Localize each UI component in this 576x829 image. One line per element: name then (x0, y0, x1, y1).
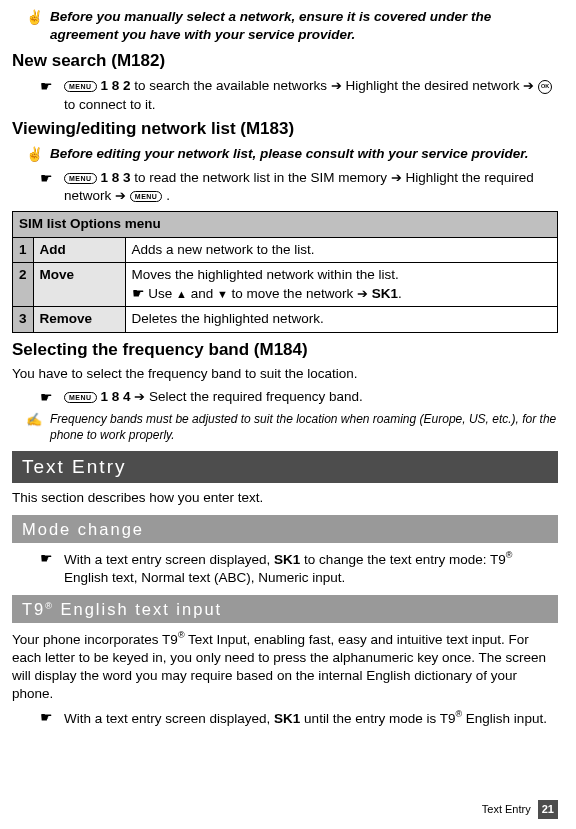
row-num: 3 (13, 307, 34, 332)
step-text: With a text entry screen displayed, SK1 … (64, 549, 558, 587)
heading-view-edit: Viewing/editing network list (M183) (12, 118, 558, 141)
hand-icon: ✌ (26, 8, 44, 44)
sim-options-table: SIM list Options menu 1 Add Adds a new n… (12, 211, 558, 332)
freq-intro: You have to select the frequency band to… (12, 365, 558, 383)
row-desc: Deletes the highlighted network. (125, 307, 557, 332)
up-icon (176, 286, 187, 301)
pointer-icon: ☛ (40, 549, 58, 587)
page-footer: Text Entry 21 (482, 800, 558, 819)
page-number: 21 (538, 800, 558, 819)
down-icon (217, 286, 228, 301)
section-text-entry: Text Entry (12, 451, 558, 483)
step-text: MENU 1 8 2 to search the available netwo… (64, 77, 558, 113)
heading-freq-band: Selecting the frequency band (M184) (12, 339, 558, 362)
pointer-icon: ☛ (40, 708, 58, 728)
row-name: Add (33, 237, 125, 262)
arrow-icon: ➔ (134, 389, 145, 404)
arrow-icon: ➔ (331, 78, 342, 93)
freq-note: ✍ Frequency bands must be adjusted to su… (12, 411, 558, 443)
info-icon: ✍ (26, 411, 44, 443)
row-num: 1 (13, 237, 34, 262)
step-text: MENU 1 8 4 ➔ Select the required frequen… (64, 388, 558, 407)
menu-icon: MENU (64, 392, 97, 403)
row-name: Move (33, 262, 125, 306)
pointer-icon: ☛ (40, 77, 58, 113)
step-text: MENU 1 8 3 to read the network list in t… (64, 169, 558, 205)
row-desc: Moves the highlighted network within the… (125, 262, 557, 306)
ok-icon: OK (538, 80, 552, 94)
table-title: SIM list Options menu (13, 212, 558, 237)
reg-mark: ® (45, 600, 54, 610)
note-text: Before editing your network list, please… (50, 145, 529, 163)
pointer-icon: ☛ (132, 285, 145, 301)
table-row: 2 Move Moves the highlighted network wit… (13, 262, 558, 306)
note-text: Before you manually select a network, en… (50, 8, 558, 44)
footer-label: Text Entry (482, 803, 531, 815)
note-text: Frequency bands must be adjusted to suit… (50, 411, 558, 443)
arrow-icon: ➔ (523, 78, 534, 93)
menu-icon: MENU (130, 191, 163, 202)
arrow-icon: ➔ (357, 286, 368, 301)
step-m184: ☛ MENU 1 8 4 ➔ Select the required frequ… (12, 388, 558, 407)
step-text: With a text entry screen displayed, SK1 … (64, 708, 558, 728)
note-manual-select: ✌ Before you manually select a network, … (12, 8, 558, 44)
note-view-edit: ✌ Before editing your network list, plea… (12, 145, 558, 163)
menu-icon: MENU (64, 81, 97, 92)
arrow-icon: ➔ (391, 170, 402, 185)
text-entry-intro: This section describes how you enter tex… (12, 489, 558, 507)
heading-new-search: New search (M182) (12, 50, 558, 73)
pointer-icon: ☛ (40, 388, 58, 407)
arrow-icon: ➔ (115, 188, 126, 203)
section-t9-input: T9® English text input (12, 595, 558, 623)
table-row: 3 Remove Deletes the highlighted network… (13, 307, 558, 332)
reg-mark: ® (506, 550, 513, 560)
table-row: 1 Add Adds a new network to the list. (13, 237, 558, 262)
pointer-icon: ☛ (40, 169, 58, 205)
menu-icon: MENU (64, 173, 97, 184)
section-mode-change: Mode change (12, 515, 558, 543)
step-m183: ☛ MENU 1 8 3 to read the network list in… (12, 169, 558, 205)
row-num: 2 (13, 262, 34, 306)
row-desc: Adds a new network to the list. (125, 237, 557, 262)
step-t9: ☛ With a text entry screen displayed, SK… (12, 708, 558, 728)
step-m182: ☛ MENU 1 8 2 to search the available net… (12, 77, 558, 113)
hand-icon: ✌ (26, 145, 44, 163)
t9-body: Your phone incorporates T9® Text Input, … (12, 629, 558, 703)
row-name: Remove (33, 307, 125, 332)
step-mode-change: ☛ With a text entry screen displayed, SK… (12, 549, 558, 587)
reg-mark: ® (178, 630, 185, 640)
